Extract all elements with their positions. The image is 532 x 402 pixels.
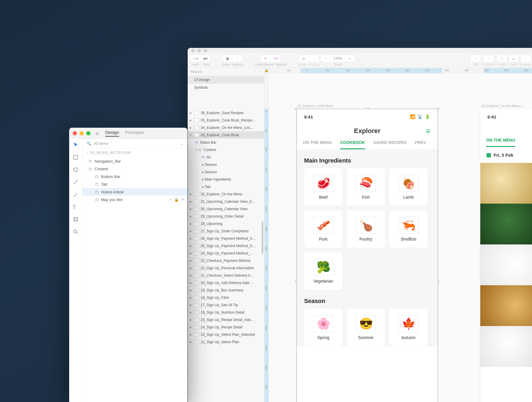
artboard-row[interactable]: ▶14_Sign Up_Recipe Detail — [188, 323, 264, 331]
create-symbol-button[interactable]: ⟲ — [261, 55, 271, 62]
page-symbols[interactable]: Symbols — [188, 84, 264, 91]
lock-icon[interactable]: 🔒 — [265, 68, 269, 73]
traffic-min-icon[interactable] — [197, 49, 201, 52]
traffic-max-icon[interactable] — [204, 49, 207, 52]
symbols-button[interactable]: ⟳▾ — [271, 55, 281, 62]
ellipse-tool-icon[interactable] — [73, 167, 79, 173]
tab-design[interactable]: Design — [105, 130, 119, 137]
move-tool-icon[interactable] — [73, 142, 79, 148]
group-button[interactable]: ▣ — [223, 55, 233, 62]
artboard-row[interactable]: ▶26_Sign Up_Payment Method_A… — [188, 235, 264, 242]
artboard-row[interactable]: ▶29_Upcoming_Order Detail — [188, 213, 264, 220]
season-card[interactable]: 🍁Autumn — [389, 309, 428, 346]
layer-row[interactable]: 🗀May you like↗🔒👁 — [82, 196, 187, 203]
layer-row[interactable]: ▶Season — [188, 168, 264, 176]
visibility-icon[interactable]: 👁 — [181, 197, 185, 202]
artboard-row[interactable]: ▶31_Upcoming_Calendar View_E… — [188, 198, 264, 205]
artboard-row[interactable]: ▶24_Sign Up_Payment Method_… — [188, 249, 264, 257]
artboard-row[interactable]: ▶20_Sign Up_Add Delivery Addr… — [188, 279, 264, 286]
food-image[interactable] — [480, 285, 532, 326]
artboard-row[interactable]: ▶36_Explorer_Save Recipes — [188, 109, 264, 116]
search-tool-icon[interactable] — [73, 229, 79, 235]
zoom-out-button[interactable]: − — [321, 55, 331, 62]
tab-on-the-menu[interactable]: ON THE MENU — [303, 140, 332, 149]
artboard1-name[interactable]: 33_Explorer_Cook Book — [298, 104, 333, 108]
artboard-row[interactable]: ▶16_Sign Up_Nutrition Detail — [188, 309, 264, 316]
layer-row[interactable]: ▶Main Ingredients — [188, 176, 264, 183]
ingredient-card[interactable]: 🍗Poultry — [347, 210, 385, 248]
line-tool-icon[interactable] — [73, 179, 79, 185]
traffic-close-icon[interactable] — [191, 49, 195, 52]
zoom-in-button[interactable]: ＋ — [345, 55, 355, 62]
food-image[interactable] — [480, 244, 532, 285]
layer-row[interactable]: ⟲All — [188, 153, 264, 161]
ingredient-card[interactable]: 🍖Lamb — [389, 168, 428, 206]
artboard2-name[interactable]: 34_Explorer_On the Menu_L — [481, 104, 523, 108]
artboard-row[interactable]: ▶27_Sign Up_Order Completed — [188, 227, 264, 235]
search-icon[interactable]: ⌕ — [426, 126, 430, 134]
food-image[interactable] — [480, 163, 532, 204]
artboard-row[interactable]: ▶12_Sign Up_Select Plan — [188, 338, 264, 346]
artboard-row[interactable]: ▶35_Explorer_Cook Book_Recipe… — [188, 116, 264, 124]
layer-row[interactable]: 🗀Hotest Article — [82, 188, 187, 196]
pen-tool-icon[interactable] — [73, 192, 79, 197]
date-row[interactable]: ▦ Fri, 5 Feb — [480, 147, 532, 163]
breadcrumb[interactable]: ‹ 50_NEWS_NUTRITION — [82, 148, 187, 157]
tab-cookbook[interactable]: COOKBOOK — [340, 140, 365, 149]
tab-saved-recipes[interactable]: SAVED RECIPES — [373, 140, 407, 149]
minimize-icon[interactable] — [80, 131, 84, 135]
food-image[interactable] — [480, 326, 532, 367]
page-ui-design[interactable]: UI Design — [188, 76, 264, 84]
artboard-on-the-menu[interactable]: 9:41 ON THE MENU ▦ Fri, 5 Feb — [480, 109, 532, 402]
rectangle-tool-icon[interactable] — [73, 154, 79, 160]
collapse-pages-icon[interactable]: ⌃ — [259, 70, 261, 74]
artboard-row[interactable]: ▶18_Sign Up_Filter — [188, 294, 264, 301]
layer-row[interactable]: 🗀Content — [82, 165, 187, 173]
layer-row[interactable]: 🗀Bottom Bar — [82, 173, 187, 180]
maximize-icon[interactable] — [86, 131, 90, 135]
chevron-down-icon[interactable]: ⌄ — [180, 141, 183, 146]
artboard-row[interactable]: ▶17_Sign Up_See All Tip — [188, 301, 264, 309]
season-card[interactable]: 😎Summer — [347, 309, 385, 346]
food-image[interactable] — [480, 204, 532, 244]
lock-icon[interactable]: 🔒 — [174, 197, 179, 202]
ingredient-card[interactable]: 🦐Shellfish — [389, 210, 428, 248]
back-icon[interactable]: ‹ — [87, 151, 88, 155]
data-button[interactable]: ◆▾ — [200, 55, 210, 62]
ingredient-card[interactable]: 🥩Beef — [304, 168, 343, 206]
layer-row[interactable]: ▶Season — [188, 161, 264, 168]
canvas[interactable]: 🔒 -50050100150200250300350400450500550 0… — [265, 68, 532, 402]
layer-row[interactable]: 🗀Tab — [82, 180, 187, 188]
artboard-tool-icon[interactable] — [73, 216, 79, 222]
artboard-cookbook[interactable]: 9:41 📶 📡 🔋 Explorer ⌕ ON THE MENU COOKBO… — [297, 109, 437, 402]
layer-row[interactable]: ▼🗀Content — [188, 146, 264, 153]
scrollbar-thumb[interactable] — [262, 221, 263, 254]
artboard-row[interactable]: ▶15_Sign Up_Recipe Detail_Add… — [188, 316, 264, 323]
ingredient-card[interactable]: 🥓Pork — [304, 210, 343, 248]
artboard-row[interactable]: ▶19_Sign Up_Box Summary — [188, 286, 264, 294]
home-icon[interactable]: ⌂ — [96, 130, 99, 136]
artboard-row[interactable]: ▶32_Explorer_On the Menu — [188, 190, 264, 198]
layer-row[interactable]: ▶Tab — [188, 183, 264, 190]
add-page-icon[interactable]: ＋ — [253, 70, 256, 74]
artboard-row[interactable]: ▶30_Upcoming_Calendar View — [188, 205, 264, 213]
text-tool-icon[interactable]: T — [73, 204, 79, 210]
close-icon[interactable] — [73, 131, 77, 135]
artboard-row[interactable]: ▶21_Checkout_Select Delivery A… — [188, 272, 264, 279]
season-card[interactable]: 🌸Spring — [304, 309, 343, 346]
artboard-row-selected[interactable]: ▼33_Explorer_Cook Book — [188, 131, 264, 139]
layer-search[interactable]: 🔍 All Items ⌄ — [82, 139, 187, 148]
ingredient-card[interactable]: 🥦Vegetarian — [304, 252, 343, 290]
insert-button[interactable]: ＋▾ — [190, 55, 200, 62]
tab-prev[interactable]: PREV — [415, 140, 426, 149]
link-icon[interactable]: ↗ — [168, 197, 172, 202]
tab-prototype[interactable]: Prototype — [125, 130, 144, 137]
tab-on-the-menu-2[interactable]: ON THE MENU — [486, 138, 515, 147]
artboard-row[interactable]: ▶22_Sign Up_Personal Information — [188, 264, 264, 272]
ungroup-button[interactable]: ▫ — [233, 55, 243, 62]
artboard-row[interactable]: ▶23_Checkout_Payment Method — [188, 257, 264, 264]
artboard-row[interactable]: ▶34_Explorer_On the Menu_List… — [188, 124, 264, 131]
artboard-row[interactable]: ▶13_Sign Up_Select Plan_Selected — [188, 331, 264, 338]
ingredient-card[interactable]: 🍣Fish — [347, 168, 385, 206]
layer-row[interactable]: ⟲Status Bar — [188, 139, 264, 146]
